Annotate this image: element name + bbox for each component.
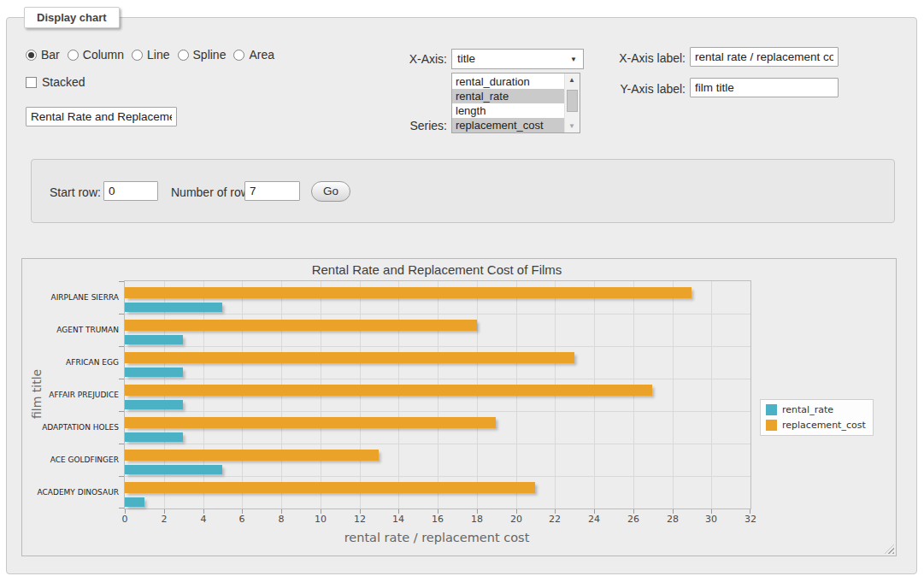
category-label: ACADEMY DINOSAUR xyxy=(17,476,119,509)
stacked-label: Stacked xyxy=(42,75,85,89)
bar-rental_rate xyxy=(125,400,183,409)
go-button[interactable]: Go xyxy=(311,181,350,202)
radio-icon xyxy=(26,50,37,61)
legend-swatch xyxy=(766,404,777,415)
x-tick-label: 32 xyxy=(744,514,756,525)
chart-type-radio-column[interactable]: Column xyxy=(68,48,124,62)
radio-label: Column xyxy=(83,48,124,62)
series-scrollbar[interactable]: ▲ ▼ xyxy=(564,73,580,132)
x-tick-label: 30 xyxy=(705,514,717,525)
radio-label: Bar xyxy=(41,48,60,62)
x-axis-label-input[interactable] xyxy=(690,47,839,67)
series-listbox[interactable]: rental_duration rental_rate length repla… xyxy=(451,73,580,133)
x-tick-label: 6 xyxy=(239,514,245,525)
page: { "panel": { "legend": "Display chart" }… xyxy=(0,0,924,582)
y-axis-label-input[interactable] xyxy=(690,78,839,97)
legend-label: replacement_cost xyxy=(782,420,866,431)
chart-type-radio-line[interactable]: Line xyxy=(132,48,169,62)
y-tick-mark xyxy=(119,281,124,282)
series-option-length[interactable]: length xyxy=(452,103,565,118)
y-tick-mark xyxy=(119,379,124,379)
bar-replacement_cost xyxy=(125,320,477,331)
y-tick-mark xyxy=(119,476,124,477)
chart-title: Rental Rate and Replacement Cost of Film… xyxy=(124,262,750,277)
scroll-up-icon[interactable]: ▲ xyxy=(565,76,579,84)
scrollbar-thumb[interactable] xyxy=(567,90,578,112)
y-gridline xyxy=(125,379,750,379)
y-tick-mark xyxy=(119,411,124,412)
series-option-replacement-cost[interactable]: replacement_cost xyxy=(452,118,565,132)
y-axis-label-label: Y-Axis label: xyxy=(588,82,686,96)
legend-entry: replacement_cost xyxy=(766,420,866,431)
bar-rental_rate xyxy=(125,303,222,312)
plot-area: 02468101214161820222426283032AIRPLANE SI… xyxy=(124,280,751,509)
num-rows-input[interactable] xyxy=(244,181,300,201)
x-tick-label: 2 xyxy=(162,514,168,525)
x-tick-label: 22 xyxy=(549,514,561,525)
x-tick-label: 16 xyxy=(432,514,444,525)
bar-replacement_cost xyxy=(125,450,379,461)
radio-icon xyxy=(178,50,189,61)
chart-type-radio-spline[interactable]: Spline xyxy=(178,48,227,62)
scroll-down-icon[interactable]: ▼ xyxy=(565,122,579,130)
rows-panel: Start row: Number of rows: Go xyxy=(31,159,895,223)
x-tick-label: 4 xyxy=(201,514,207,525)
checkbox-icon xyxy=(26,77,37,88)
radio-icon xyxy=(233,50,244,61)
chart-type-radio-bar[interactable]: Bar xyxy=(26,48,60,62)
category-label: ACE GOLDFINGER xyxy=(17,444,119,476)
start-row-input[interactable] xyxy=(103,181,158,201)
bar-replacement_cost xyxy=(125,287,692,298)
bar-rental_rate xyxy=(125,432,183,442)
bar-rental_rate xyxy=(125,335,183,344)
radio-label: Line xyxy=(147,48,169,62)
bar-replacement_cost xyxy=(125,352,574,363)
y-tick-mark xyxy=(119,508,124,509)
category-label: AIRPLANE SIERRA xyxy=(17,281,119,314)
y-gridline xyxy=(125,444,750,444)
chart-x-axis-label: rental rate / replacement cost xyxy=(124,531,750,544)
chart-type-radio-group: Bar Column Line Spline Area xyxy=(26,48,274,62)
category-label: AFFAIR PREJUDICE xyxy=(17,379,119,411)
chart-title-input[interactable] xyxy=(26,107,177,126)
legend-entry: rental_rate xyxy=(766,404,866,415)
bar-replacement_cost xyxy=(125,482,535,493)
y-tick-mark xyxy=(119,346,124,347)
x-gridline xyxy=(711,281,712,509)
y-tick-mark xyxy=(119,314,124,315)
series-list-label: Series: xyxy=(393,119,447,132)
x-tick-label: 12 xyxy=(354,514,366,525)
stacked-checkbox-row[interactable]: Stacked xyxy=(26,75,85,89)
radio-label: Spline xyxy=(193,48,227,62)
y-tick-mark xyxy=(119,444,124,444)
series-options: rental_duration rental_rate length repla… xyxy=(452,74,565,132)
bar-replacement_cost xyxy=(125,385,652,396)
x-gridline xyxy=(673,281,674,509)
legend-label: rental_rate xyxy=(782,404,833,415)
chart-container: Rental Rate and Replacement Cost of Film… xyxy=(21,258,897,556)
x-tick-label: 8 xyxy=(279,514,285,525)
x-tick-label: 0 xyxy=(122,514,128,525)
radio-icon xyxy=(68,50,79,61)
category-label: AGENT TRUMAN xyxy=(17,314,119,346)
x-axis-selected-value: title xyxy=(457,52,475,65)
start-row-label: Start row: xyxy=(50,185,101,199)
chart-type-radio-area[interactable]: Area xyxy=(233,48,274,62)
resize-handle-icon[interactable] xyxy=(885,544,894,554)
series-option-rental-duration[interactable]: rental_duration xyxy=(452,74,565,89)
y-gridline xyxy=(125,346,750,347)
chart-legend: rental_ratereplacement_cost xyxy=(760,399,874,436)
chevron-down-icon: ▼ xyxy=(570,56,577,63)
bar-rental_rate xyxy=(125,367,183,377)
x-axis-select-label: X-Axis: xyxy=(393,52,447,66)
x-axis-select[interactable]: title ▼ xyxy=(451,49,584,69)
y-gridline xyxy=(125,411,750,412)
x-tick-label: 14 xyxy=(392,514,404,525)
bar-rental_rate xyxy=(125,497,144,507)
bar-replacement_cost xyxy=(125,417,496,428)
series-option-rental-rate[interactable]: rental_rate xyxy=(452,89,565,103)
x-tick-label: 28 xyxy=(667,514,679,525)
fieldset-legend: Display chart xyxy=(24,7,120,28)
legend-swatch xyxy=(766,420,777,431)
category-label: AFRICAN EGG xyxy=(17,346,119,379)
